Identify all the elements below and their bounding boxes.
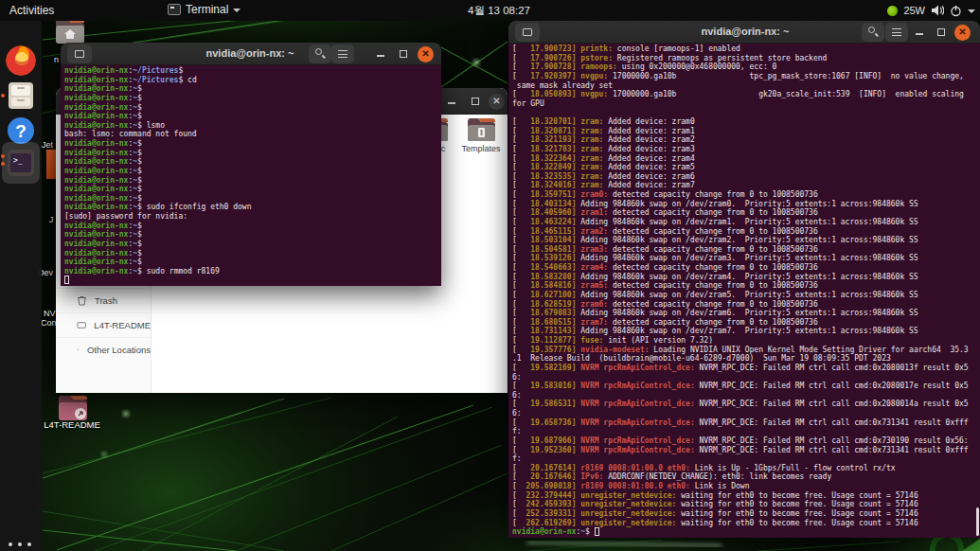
activities-button[interactable]: Activities xyxy=(9,4,54,17)
home-folder-icon[interactable] xyxy=(55,18,85,44)
system-tray[interactable]: 25W xyxy=(887,0,975,21)
desktop-icon-label-j: J xyxy=(49,215,54,224)
menu-button[interactable] xyxy=(331,44,354,63)
terminal-left-header[interactable]: nvidia@orin-nx: ~ ✕ xyxy=(61,43,441,65)
drive-icon xyxy=(77,320,86,330)
terminal-left-title: nvidia@orin-nx: ~ xyxy=(174,47,326,59)
terminal-right-maximize[interactable] xyxy=(937,28,945,36)
desktop-icon-label-jet: Jet xyxy=(42,140,53,150)
search-button[interactable] xyxy=(862,23,884,42)
files-icon[interactable] xyxy=(5,80,37,112)
terminal-window-right: nvidia@orin-nx: ~ ✕ [ 17.900723] printk:… xyxy=(508,21,980,538)
power-mode-label: 25W xyxy=(903,5,925,16)
firefox-icon[interactable] xyxy=(5,44,37,77)
terminal-left-minimize[interactable] xyxy=(377,55,384,57)
search-icon xyxy=(868,27,875,33)
trash-icon xyxy=(77,295,87,306)
power-mode-icon xyxy=(887,6,898,16)
l4t-readme-label[interactable]: L4T-README xyxy=(42,419,102,430)
app-grid-button[interactable] xyxy=(9,542,33,551)
sidebar-item-other-locations[interactable]: Other Locations xyxy=(56,337,151,362)
files-minimize-button[interactable] xyxy=(448,102,455,104)
scrollbar-thumb[interactable] xyxy=(976,507,979,536)
terminal-window-left: nvidia@orin-nx: ~ ✕ nvidia@orin-nx:~/Pic… xyxy=(61,43,441,286)
desktop-screen: n Jet J Dev NV Con L4T-README ✕ Trash xyxy=(0,0,980,551)
files-maximize-button[interactable] xyxy=(472,98,479,105)
hamburger-icon xyxy=(892,28,901,36)
new-tab-button[interactable] xyxy=(67,44,92,63)
terminal-left-output[interactable]: nvidia@orin-nx:~/Pictures$nvidia@orin-nx… xyxy=(61,65,441,286)
folder-icon-templates[interactable] xyxy=(467,116,495,141)
desktop-icon-label-nv: NV xyxy=(44,309,56,318)
terminal-left-maximize[interactable] xyxy=(400,50,407,58)
power-icon xyxy=(950,5,962,17)
chevron-down-icon xyxy=(968,9,975,13)
l4t-readme-folder-icon[interactable] xyxy=(58,395,88,421)
search-icon xyxy=(315,48,322,55)
files-close-button[interactable]: ✕ xyxy=(489,94,505,110)
plus-icon xyxy=(77,345,80,355)
terminal-right-header[interactable]: nvidia@orin-nx: ~ ✕ xyxy=(508,21,980,44)
svg-text:>_: >_ xyxy=(13,156,23,165)
terminal-right-output[interactable]: [ 17.900723] printk: console [ramoops-1]… xyxy=(508,44,980,538)
menu-button[interactable] xyxy=(885,23,908,42)
search-button[interactable] xyxy=(309,44,331,63)
terminal-icon[interactable]: >_ xyxy=(5,147,37,179)
new-tab-button[interactable] xyxy=(515,23,540,42)
sidebar-item-l4t-readme[interactable]: L4T-README xyxy=(56,312,151,337)
terminal-app-icon xyxy=(168,4,181,15)
volume-icon xyxy=(931,5,944,16)
desktop-icon-label-con: Con xyxy=(41,318,57,328)
terminal-right-minimize[interactable] xyxy=(916,33,923,35)
folder-label-templates[interactable]: Templates xyxy=(453,144,509,153)
dock: ? >_ xyxy=(0,21,42,551)
desktop-icon-label-home: n xyxy=(54,55,59,64)
svg-text:?: ? xyxy=(15,121,27,141)
top-bar: Activities Terminal 4월 13 08:27 25W xyxy=(0,0,980,21)
sidebar-item-trash[interactable]: Trash xyxy=(56,288,151,312)
terminal-right-title: nvidia@orin-nx: ~ xyxy=(669,26,821,37)
hamburger-icon xyxy=(338,50,347,58)
app-menu[interactable]: Terminal xyxy=(168,3,241,16)
chevron-down-icon xyxy=(233,9,241,12)
terminal-left-close[interactable]: ✕ xyxy=(418,46,434,62)
clock[interactable]: 4월 13 08:27 xyxy=(461,4,537,18)
terminal-right-close[interactable]: ✕ xyxy=(954,25,971,41)
